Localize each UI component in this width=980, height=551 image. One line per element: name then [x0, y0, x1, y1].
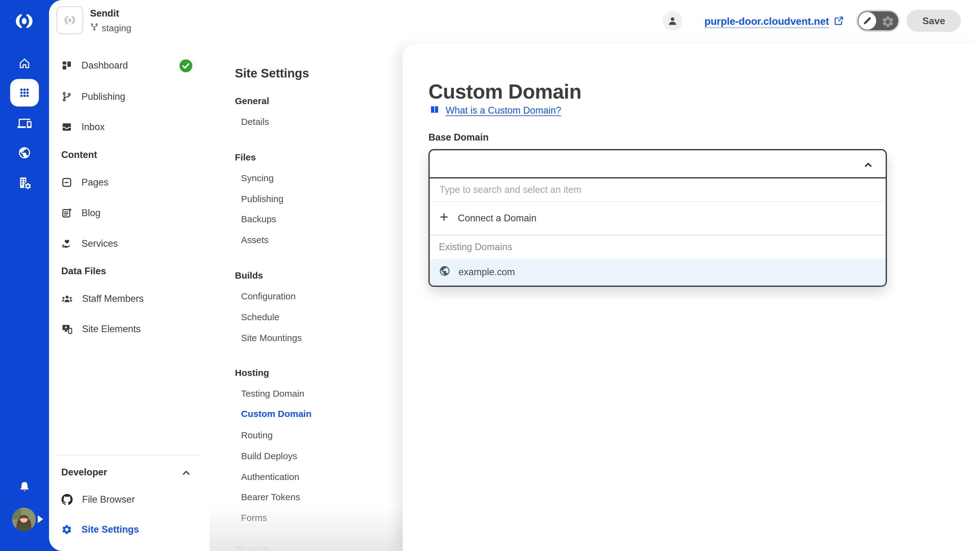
plus-icon: [439, 212, 449, 225]
devices-icon[interactable]: [0, 116, 49, 130]
apps-grid-icon[interactable]: [10, 79, 39, 106]
settings-item-build-deploys[interactable]: Build Deploys: [241, 449, 297, 463]
help-link[interactable]: What is a Custom Domain?: [428, 104, 561, 117]
live-site-url: purple-door.cloudvent.net: [705, 16, 829, 27]
settings-item-forms[interactable]: Forms: [241, 511, 267, 525]
home-icon[interactable]: [0, 57, 49, 70]
sidebar-expand-arrow-icon[interactable]: [37, 515, 43, 524]
external-link-icon: [833, 15, 844, 27]
sidebar-item-staff-members[interactable]: Staff Members: [61, 290, 144, 308]
live-site-link[interactable]: purple-door.cloudvent.net: [705, 14, 844, 29]
pencil-icon: [858, 12, 876, 30]
settings-section-sharing: Sharing: [235, 543, 269, 551]
user-avatar[interactable]: [12, 508, 36, 531]
pages-icon: [61, 177, 72, 188]
sidebar-item-inbox[interactable]: Inbox: [61, 118, 105, 136]
collapse-chevron-up-icon[interactable]: [181, 467, 192, 480]
settings-item-routing[interactable]: Routing: [241, 429, 272, 442]
settings-item-schedule[interactable]: Schedule: [241, 310, 279, 324]
sidebar-label: Site Elements: [82, 324, 140, 335]
page-title: Custom Domain: [428, 80, 582, 103]
settings-item-details[interactable]: Details: [241, 115, 269, 129]
blog-icon: [61, 208, 72, 219]
sidebar-label: Services: [81, 238, 118, 249]
save-button[interactable]: Save: [907, 10, 961, 32]
site-thumbnail: [56, 6, 83, 34]
sidebar-item-publishing[interactable]: Publishing: [61, 87, 125, 106]
settings-section-files: Files: [235, 151, 256, 164]
edit-mode-toggle[interactable]: [856, 10, 900, 32]
book-icon: [428, 104, 441, 117]
settings-item-assets[interactable]: Assets: [241, 233, 269, 247]
build-success-badge-icon: [179, 59, 193, 74]
gear-icon: [61, 524, 72, 535]
organization-settings-icon[interactable]: [0, 176, 49, 190]
sidebar-section-data-files: Data Files: [61, 265, 106, 277]
sidebar-label: Dashboard: [81, 60, 128, 71]
sidebar-divider: [56, 455, 200, 456]
sidebar-label: Inbox: [81, 122, 105, 133]
git-branch-icon: [61, 91, 72, 102]
hand-heart-icon: [61, 238, 72, 249]
settings-mode-gear-icon: [881, 15, 894, 30]
base-domain-dropdown: Connect a Domain Existing Domains exampl…: [428, 149, 887, 287]
base-domain-label: Base Domain: [428, 132, 488, 143]
settings-section-general: General: [235, 95, 269, 107]
domain-search-input[interactable]: [439, 184, 877, 195]
sidebar-item-blog[interactable]: Blog: [61, 204, 100, 222]
globe-icon[interactable]: [0, 146, 49, 159]
sidebar-label: Blog: [81, 208, 100, 219]
settings-item-custom-domain[interactable]: Custom Domain: [241, 407, 312, 421]
people-icon: [61, 293, 73, 305]
content-surface: Sendit staging: [49, 0, 980, 551]
github-icon: [61, 494, 73, 505]
settings-item-publishing[interactable]: Publishing: [241, 192, 283, 206]
settings-nav-title: Site Settings: [235, 67, 309, 80]
site-card[interactable]: Sendit staging: [56, 6, 131, 34]
sidebar-label: Publishing: [81, 91, 125, 102]
settings-item-bearer-tokens[interactable]: Bearer Tokens: [241, 491, 300, 504]
sidebar-section-content: Content: [61, 149, 97, 161]
domain-option-label: example.com: [458, 267, 515, 278]
dropdown-toggle[interactable]: [430, 150, 886, 178]
settings-nav: Site Settings General Details Files Sync…: [210, 44, 403, 551]
sidebar-label: File Browser: [82, 494, 135, 505]
existing-domains-group-label: Existing Domains: [430, 235, 886, 259]
settings-item-syncing[interactable]: Syncing: [241, 171, 274, 185]
sidebar-item-file-browser[interactable]: File Browser: [61, 491, 135, 509]
inbox-icon: [61, 122, 72, 133]
site-name: Sendit: [90, 8, 131, 19]
sidebar-item-pages[interactable]: Pages: [61, 173, 108, 192]
settings-item-authentication[interactable]: Authentication: [241, 470, 299, 484]
sidebar-label: Site Settings: [81, 524, 139, 535]
main-panel: Custom Domain What is a Custom Domain? B…: [403, 44, 980, 551]
sidebar-label: Staff Members: [82, 293, 144, 304]
app-window: Sendit staging: [0, 0, 980, 551]
help-link-text: What is a Custom Domain?: [445, 105, 561, 116]
git-branch-icon: [90, 23, 99, 33]
connect-domain-option[interactable]: Connect a Domain: [430, 202, 886, 235]
cloudcannon-logo-icon[interactable]: [13, 10, 36, 34]
top-header: Sendit staging: [49, 0, 980, 44]
settings-item-configuration[interactable]: Configuration: [241, 290, 296, 303]
nav-rail: [0, 0, 49, 551]
settings-section-builds: Builds: [235, 269, 263, 282]
sidebar-item-dashboard[interactable]: Dashboard: [61, 56, 128, 75]
sidebar-item-site-elements[interactable]: Site Elements: [61, 320, 140, 338]
sidebar-item-services[interactable]: Services: [61, 235, 118, 253]
globe-icon: [439, 265, 450, 279]
notifications-bell-icon[interactable]: [0, 480, 49, 493]
site-elements-icon: [61, 323, 73, 335]
sidebar-item-site-settings[interactable]: Site Settings: [61, 520, 139, 539]
settings-section-hosting: Hosting: [235, 367, 269, 379]
person-icon: [667, 15, 679, 27]
settings-item-testing-domain[interactable]: Testing Domain: [241, 387, 304, 400]
domain-option-example-com[interactable]: example.com: [430, 259, 886, 286]
account-button[interactable]: [663, 11, 682, 30]
chevron-up-icon: [862, 159, 874, 172]
settings-item-backups[interactable]: Backups: [241, 213, 276, 226]
connect-domain-label: Connect a Domain: [458, 213, 536, 224]
site-sidebar: Dashboard Publishing Inbox Content Pages…: [49, 44, 210, 551]
settings-item-site-mountings[interactable]: Site Mountings: [241, 331, 302, 345]
sidebar-section-developer[interactable]: Developer: [61, 466, 107, 478]
